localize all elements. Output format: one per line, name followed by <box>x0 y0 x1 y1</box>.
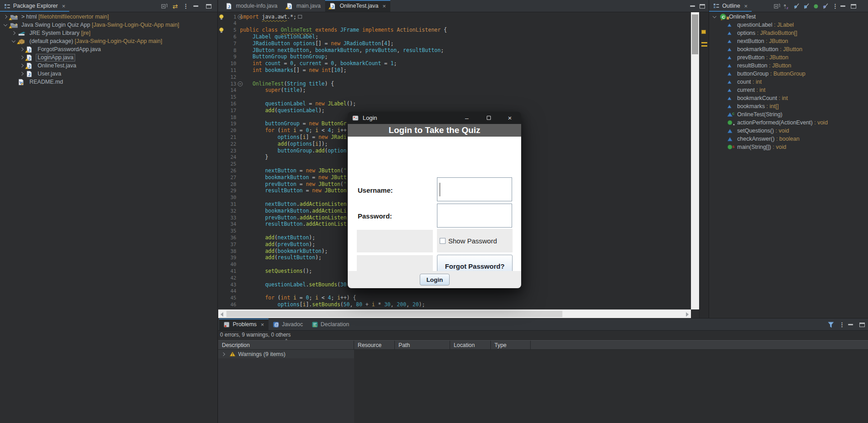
tree-item-forgotpasswordapp-java[interactable]: JForgotPasswordApp.java <box>0 45 217 53</box>
outline-item-setquestions[interactable]: setQuestions() : void <box>709 127 868 135</box>
warning-mark[interactable] <box>701 42 707 43</box>
dialog-maximize-button[interactable] <box>482 112 495 124</box>
code-line-11: 11 int bookmarks[] = new int[10]; <box>218 67 691 74</box>
outline-item-current[interactable]: current : int <box>709 86 868 94</box>
column-header-location[interactable]: Location <box>450 341 491 349</box>
dialog-title-bar[interactable]: Login – × <box>348 112 521 124</box>
username-field[interactable] <box>437 177 512 201</box>
chevron-down-icon[interactable] <box>12 38 15 42</box>
scroll-right-icon[interactable] <box>686 312 689 317</box>
password-field[interactable] <box>437 204 512 228</box>
outline-item-nextbutton[interactable]: nextButton : JButton <box>709 37 868 45</box>
maximize-icon[interactable] <box>851 4 856 9</box>
minimize-icon[interactable] <box>193 5 198 7</box>
scrollbar-thumb[interactable] <box>226 311 562 317</box>
collapse-all-icon[interactable] <box>774 3 780 9</box>
column-header-resource[interactable]: Resource <box>354 341 395 349</box>
problems-tab-problems[interactable]: Problems× <box>219 318 269 330</box>
tab-outline[interactable]: Outline × <box>709 0 752 12</box>
line-number: 37 <box>218 241 236 248</box>
minimize-icon[interactable] <box>690 5 695 7</box>
maximize-icon[interactable] <box>206 4 211 9</box>
editor-tab-module-info-java[interactable]: Jmodule-info.java <box>221 0 282 12</box>
outline-item-main-string[interactable]: Smain(String[]) : void <box>709 143 868 151</box>
tree-item-jre-system-library[interactable]: JRE System Library [jre] <box>0 29 217 37</box>
outline-item-buttongroup[interactable]: buttonGroup : ButtonGroup <box>709 70 868 78</box>
outline-item-onlinetest-string[interactable]: COnlineTest(String) <box>709 110 868 119</box>
column-header-path[interactable]: Path <box>395 341 450 349</box>
editor-tab-onlinetest-java[interactable]: JOnlineTest.java× <box>325 0 390 12</box>
tab-package-explorer[interactable]: Package Explorer × <box>0 0 69 12</box>
problems-toolbar: ⋮ <box>827 318 865 331</box>
dialog-close-button[interactable]: × <box>503 112 517 124</box>
chevron-down-icon[interactable] <box>713 14 716 18</box>
link-with-editor-icon[interactable]: ⇄ <box>173 3 178 10</box>
hide-non-public-icon[interactable] <box>813 4 819 9</box>
tree-item-default-package[interactable]: (default package) [Java-Swing-Login-Quiz… <box>0 37 217 45</box>
view-menu-icon[interactable]: ⋮ <box>832 5 834 8</box>
text-cursor <box>440 183 440 196</box>
view-menu-icon[interactable]: ⋮ <box>183 5 185 8</box>
chevron-right-icon[interactable] <box>4 15 7 19</box>
close-icon[interactable]: × <box>383 3 386 9</box>
outline-item-prevbutton[interactable]: prevButton : JButton <box>709 53 868 62</box>
column-header-description[interactable]: Description <box>218 341 354 349</box>
outline-item-questionlabel[interactable]: questionLabel : JLabel <box>709 21 868 29</box>
line-number: 36 <box>218 234 236 241</box>
scroll-left-icon[interactable] <box>221 312 223 317</box>
view-menu-icon[interactable]: ⋮ <box>839 323 841 326</box>
vertical-scrollbar[interactable] <box>691 12 699 309</box>
warnings-group-row[interactable]: Warnings (9 items) <box>218 350 354 358</box>
code-line-7: 7 JRadioButton options[] = new JRadioBut… <box>218 40 691 47</box>
collapse-all-icon[interactable] <box>161 3 168 9</box>
minimize-icon[interactable] <box>840 5 845 7</box>
outline-item-options[interactable]: options : JRadioButton[] <box>709 29 868 37</box>
chevron-right-icon[interactable] <box>221 352 225 356</box>
close-icon[interactable]: × <box>261 322 264 328</box>
chevron-right-icon[interactable] <box>20 48 24 51</box>
outline-item-checkanswer[interactable]: checkAnswer() : boolean <box>709 135 868 143</box>
package-explorer-header: Package Explorer × ⇄ ⋮ <box>0 0 217 12</box>
chevron-right-icon[interactable] <box>20 64 24 67</box>
outline-item-bookmarkbutton[interactable]: bookmarkButton : JButton <box>709 45 868 53</box>
close-icon[interactable]: × <box>744 3 748 9</box>
editor-tab-main-java[interactable]: Jmain.java <box>282 0 326 12</box>
filter-icon[interactable] <box>827 322 834 328</box>
tree-item-user-java[interactable]: JUser.java <box>0 70 217 78</box>
folded-region-icon[interactable] <box>298 15 302 19</box>
chevron-right-icon[interactable] <box>20 56 24 59</box>
chevron-right-icon[interactable] <box>12 31 15 35</box>
chevron-down-icon[interactable] <box>4 22 7 26</box>
tree-item-java-swing-login-quiz-app[interactable]: JJava Swing Login Quiz App [Java-Swing-L… <box>0 21 217 29</box>
chevron-right-icon[interactable] <box>20 72 24 76</box>
outline-item-onlinetest[interactable]: COnlineTest <box>709 13 868 21</box>
hide-fields-icon[interactable] <box>793 3 800 9</box>
tree-item-onlinetest-java[interactable]: JOnlineTest.java <box>0 62 217 70</box>
tree-item-readme-md[interactable]: WREADME.md <box>0 78 217 86</box>
horizontal-scrollbar[interactable] <box>218 309 691 318</box>
dialog-minimize-button[interactable]: – <box>460 112 474 124</box>
warning-mark[interactable] <box>701 45 707 47</box>
tree-item-loginapp-java[interactable]: JLoginApp.java <box>0 53 217 62</box>
outline-item-bookmarkcount[interactable]: bookmarkCount : int <box>709 94 868 102</box>
tree-item-html[interactable]: J> html [filetohtmlfileconvertor main] <box>0 13 217 21</box>
outline-item-type: : void <box>813 119 828 126</box>
outline-item-resultbutton[interactable]: resultButton : JButton <box>709 62 868 70</box>
line-number: 24 <box>218 154 236 161</box>
problems-tab-declaration[interactable]: Declaration <box>307 318 354 330</box>
scrollbar-thumb[interactable] <box>692 14 698 54</box>
hide-static-members-icon[interactable] <box>803 3 810 9</box>
show-password-checkbox[interactable] <box>440 238 446 244</box>
column-header-type[interactable]: Type <box>491 341 531 349</box>
hide-local-types-icon[interactable] <box>822 3 829 9</box>
outline-item-count[interactable]: count : int <box>709 78 868 86</box>
maximize-icon[interactable] <box>859 323 865 327</box>
problems-tab-javadoc[interactable]: @Javadoc <box>269 318 307 330</box>
close-icon[interactable]: × <box>62 3 66 9</box>
outline-item-actionperformed-actionevent[interactable]: actionPerformed(ActionEvent) : void <box>709 119 868 127</box>
outline-item-bookmarks[interactable]: bookmarks : int[] <box>709 102 868 110</box>
maximize-icon[interactable] <box>700 4 705 9</box>
minimize-icon[interactable] <box>848 324 853 325</box>
login-button[interactable]: Login <box>420 274 450 285</box>
sort-icon[interactable]: az <box>784 3 790 10</box>
